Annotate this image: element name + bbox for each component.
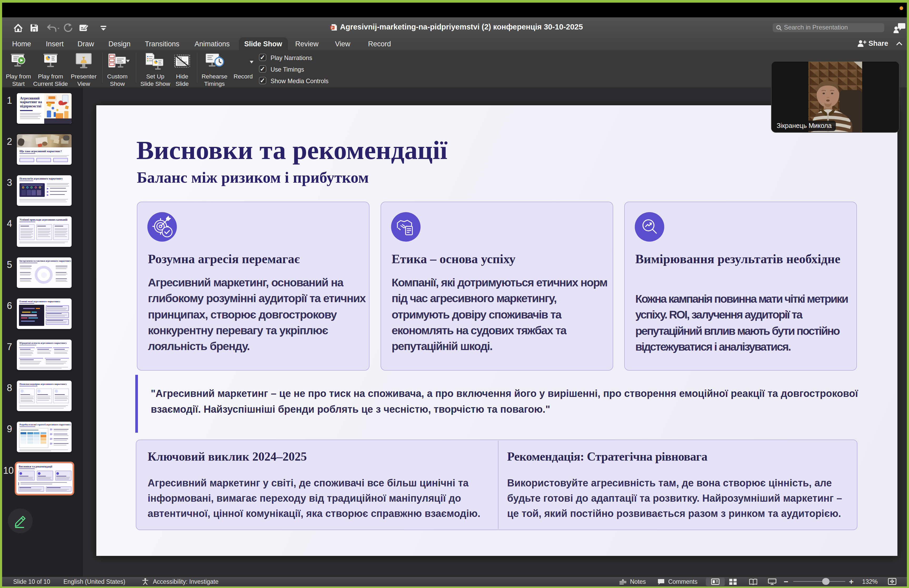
svg-text:P: P bbox=[331, 26, 333, 29]
